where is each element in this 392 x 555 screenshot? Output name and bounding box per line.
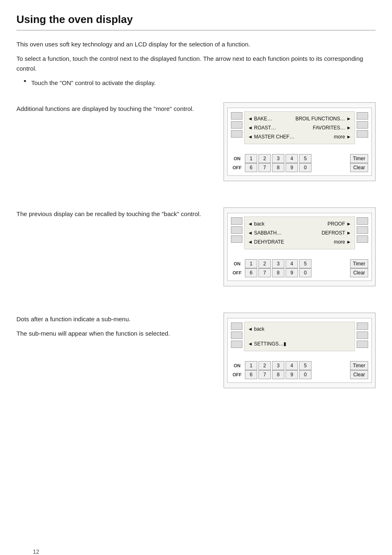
panel2-right-btn2[interactable] [357,226,368,234]
panel1-right-btn2[interactable] [357,121,368,129]
panel3-clear-button[interactable]: Clear [350,370,368,379]
panel3-right-btn3[interactable] [357,341,368,348]
panel3-off-keys: 6 7 8 9 0 [245,370,348,379]
panel2-left-btn3[interactable] [231,235,242,243]
panel1-key-1[interactable]: 1 [245,154,257,163]
panel3-key-2[interactable]: 2 [258,361,271,370]
panel2-left-btn2[interactable] [231,226,242,234]
panel3-left-buttons [231,322,242,351]
panel1-key-9[interactable]: 9 [286,163,298,172]
panel3-key-6[interactable]: 6 [245,370,257,379]
panel3-left-btn2[interactable] [231,332,242,339]
panel1-lcd-right1: BROIL FUNCTIONS… ► [295,116,351,122]
panel3-key-3[interactable]: 3 [272,361,284,370]
panel3-right-btn2[interactable] [357,332,368,339]
panel3-lcd: ◄ back ◄ SETTINGS…▮ [244,322,355,351]
panel3-key-7[interactable]: 7 [258,370,271,379]
panel2-off-label: OFF [231,270,243,275]
page-title: Using the oven display [16,13,376,26]
panel1-left-btn1[interactable] [231,112,242,120]
panel3-key-4[interactable]: 4 [286,361,298,370]
panel2-on-keys: 1 2 3 4 5 [245,259,348,268]
panel3-on-label: ON [231,363,243,368]
section2: The previous display can be recalled by … [16,207,376,286]
panel1-lcd-row1: ◄ BAKE… BROIL FUNCTIONS… ► [248,114,351,123]
panel3-key-1[interactable]: 1 [245,361,257,370]
panel2-key-5[interactable]: 5 [299,259,311,268]
panel3-lcd-left1: ◄ back [248,326,265,332]
panel3-key-9[interactable]: 9 [286,370,298,379]
intro-bullet1: Touch the "ON" control to activate the d… [24,78,376,88]
panel3-key-0[interactable]: 0 [299,370,311,379]
panel1: ◄ BAKE… BROIL FUNCTIONS… ► ◄ ROAST… FAVO… [224,102,376,181]
panel1-on-label: ON [231,156,243,161]
panel1-right-btn1[interactable] [357,112,368,120]
panel3-right-btn1[interactable] [357,322,368,330]
panel2-lcd-left1: ◄ back [248,221,265,227]
panel1-off-keys: 6 7 8 9 0 [245,163,348,172]
panel2-lcd-row2: ◄ SABBATH… DEFROST ► [248,228,351,237]
panel1-key-6[interactable]: 6 [245,163,257,172]
section3-diagram: ◄ back ◄ SETTINGS…▮ [224,313,376,388]
panel3-key-8[interactable]: 8 [272,370,284,379]
panel1-lcd-left3: ◄ MASTER CHEF… [248,134,294,140]
panel2-key-1[interactable]: 1 [245,259,257,268]
panel2-key-2[interactable]: 2 [258,259,271,268]
panel3-left-btn1[interactable] [231,322,242,330]
panel2-key-8[interactable]: 8 [272,268,284,277]
panel3-inner: ◄ back ◄ SETTINGS…▮ [227,318,372,383]
panel2-key-3[interactable]: 3 [272,259,284,268]
panel1-on-keys: 1 2 3 4 5 [245,154,348,163]
panel1-off-label: OFF [231,165,243,170]
panel3-on-row: ON 1 2 3 4 5 Timer [231,361,368,370]
panel2-lcd-right3: more ► [334,239,351,245]
panel2-clear-button[interactable]: Clear [350,268,368,277]
section2-diagram: ◄ back PROOF ► ◄ SABBATH… DEFROST ► ◄ DE… [224,207,376,286]
panel1-lcd-right3: more ► [334,134,351,140]
panel1-key-7[interactable]: 7 [258,163,271,172]
panel2-key-4[interactable]: 4 [286,259,298,268]
panel2-right-btn1[interactable] [357,217,368,225]
panel1-key-8[interactable]: 8 [272,163,284,172]
panel2-lcd-row3: ◄ DEHYDRATE more ► [248,237,351,246]
panel3-off-row: OFF 6 7 8 9 0 Clear [231,370,368,379]
panel2-right-btn3[interactable] [357,235,368,243]
panel2: ◄ back PROOF ► ◄ SABBATH… DEFROST ► ◄ DE… [224,207,376,286]
intro-para2: To select a function, touch the control … [16,54,376,73]
panel1-key-0[interactable]: 0 [299,163,311,172]
panel3-lcd-row1: ◄ back [248,325,351,334]
panel3-left-btn3[interactable] [231,341,242,348]
section1: Additional functions are displayed by to… [16,102,376,181]
intro-section: This oven uses soft key technology and a… [16,39,376,88]
panel3-key-5[interactable]: 5 [299,361,311,370]
panel1-key-2[interactable]: 2 [258,154,271,163]
panel2-lcd-left3: ◄ DEHYDRATE [248,239,284,245]
panel1-clear-button[interactable]: Clear [350,163,368,172]
panel2-timer-button[interactable]: Timer [350,259,368,268]
panel1-timer-button[interactable]: Timer [350,154,368,163]
panel1-left-btn3[interactable] [231,130,242,138]
panel1-lcd-left1: ◄ BAKE… [248,116,272,122]
panel1-lcd-right2: FAVORITES… ► [313,125,351,131]
panel3-lcd-row2: ◄ SETTINGS…▮ [248,339,351,348]
panel1-lcd: ◄ BAKE… BROIL FUNCTIONS… ► ◄ ROAST… FAVO… [244,111,355,144]
section3-text: Dots after a function indicate a sub-men… [16,313,224,343]
panel1-key-4[interactable]: 4 [286,154,298,163]
panel1-key-5[interactable]: 5 [299,154,311,163]
panel2-left-btn1[interactable] [231,217,242,225]
panel2-key-6[interactable]: 6 [245,268,257,277]
panel1-lcd-row2: ◄ ROAST… FAVORITES… ► [248,123,351,132]
panel2-key-7[interactable]: 7 [258,268,271,277]
panel2-off-keys: 6 7 8 9 0 [245,268,348,277]
panel3-right-buttons [357,322,368,351]
panel3-on-keys: 1 2 3 4 5 [245,361,348,370]
panel1-on-row: ON 1 2 3 4 5 Timer [231,154,368,163]
section1-text: Additional functions are displayed by to… [16,102,224,118]
panel3-off-label: OFF [231,372,243,377]
panel3-timer-button[interactable]: Timer [350,361,368,370]
panel2-key-0[interactable]: 0 [299,268,311,277]
panel1-key-3[interactable]: 3 [272,154,284,163]
panel2-key-9[interactable]: 9 [286,268,298,277]
panel1-left-btn2[interactable] [231,121,242,129]
panel1-right-btn3[interactable] [357,130,368,138]
